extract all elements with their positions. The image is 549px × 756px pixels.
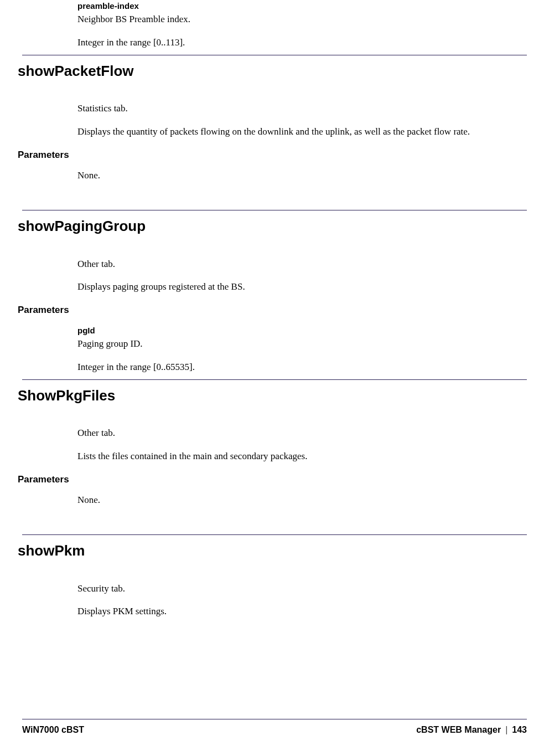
body-text: Lists the files contained in the main an… bbox=[77, 450, 499, 463]
parameters-label: Parameters bbox=[18, 473, 527, 486]
divider bbox=[22, 534, 527, 535]
params-body: None. bbox=[77, 169, 499, 182]
param-range: Integer in the range [0..65535]. bbox=[77, 361, 499, 374]
body-text: Other tab. bbox=[77, 258, 499, 271]
param-name-preamble: preamble-index bbox=[77, 0, 499, 12]
divider bbox=[22, 55, 527, 55]
intro-line2: Integer in the range [0..113]. bbox=[77, 36, 499, 49]
body-text: Security tab. bbox=[77, 582, 499, 595]
body-text: Displays PKM settings. bbox=[77, 605, 499, 618]
params-body: pgId Paging group ID. Integer in the ran… bbox=[77, 325, 499, 374]
params-text: None. bbox=[77, 169, 499, 182]
parameters-label: Parameters bbox=[18, 148, 527, 162]
section-body: Statistics tab. Displays the quantity of… bbox=[77, 102, 499, 138]
footer-row: WiN7000 cBST cBST WEB Manager|143 bbox=[22, 724, 527, 736]
page-footer: WiN7000 cBST cBST WEB Manager|143 bbox=[22, 719, 527, 736]
body-text: Displays the quantity of packets flowing… bbox=[77, 125, 499, 138]
parameters-label: Parameters bbox=[18, 304, 527, 317]
page-number: 143 bbox=[512, 725, 527, 734]
footer-right-label: cBST WEB Manager bbox=[416, 725, 501, 734]
section-title-showpkm: showPkm bbox=[18, 541, 527, 560]
footer-left: WiN7000 cBST bbox=[22, 724, 84, 736]
section-body: Other tab. Lists the files contained in … bbox=[77, 426, 499, 463]
divider bbox=[22, 379, 527, 380]
params-body: None. bbox=[77, 493, 499, 507]
section-title-showpacketflow: showPacketFlow bbox=[18, 61, 527, 81]
intro-line1: Neighbor BS Preamble index. bbox=[77, 13, 499, 26]
param-name-pgid: pgId bbox=[77, 325, 499, 336]
section-body: Other tab. Displays paging groups regist… bbox=[77, 258, 499, 294]
footer-separator: | bbox=[501, 725, 512, 734]
params-text: None. bbox=[77, 493, 499, 507]
body-text: Displays paging groups registered at the… bbox=[77, 280, 499, 294]
section-title-showpkgfiles: ShowPkgFiles bbox=[18, 385, 527, 405]
body-text: Statistics tab. bbox=[77, 102, 499, 115]
footer-right: cBST WEB Manager|143 bbox=[416, 724, 527, 736]
divider bbox=[22, 210, 527, 210]
footer-divider bbox=[22, 719, 527, 719]
body-text: Other tab. bbox=[77, 426, 499, 440]
section-title-showpaginggroup: showPagingGroup bbox=[18, 216, 527, 236]
section-body: Security tab. Displays PKM settings. bbox=[77, 582, 499, 619]
param-desc: Paging group ID. bbox=[77, 337, 499, 351]
intro-block: preamble-index Neighbor BS Preamble inde… bbox=[77, 0, 499, 49]
page: preamble-index Neighbor BS Preamble inde… bbox=[0, 0, 549, 756]
